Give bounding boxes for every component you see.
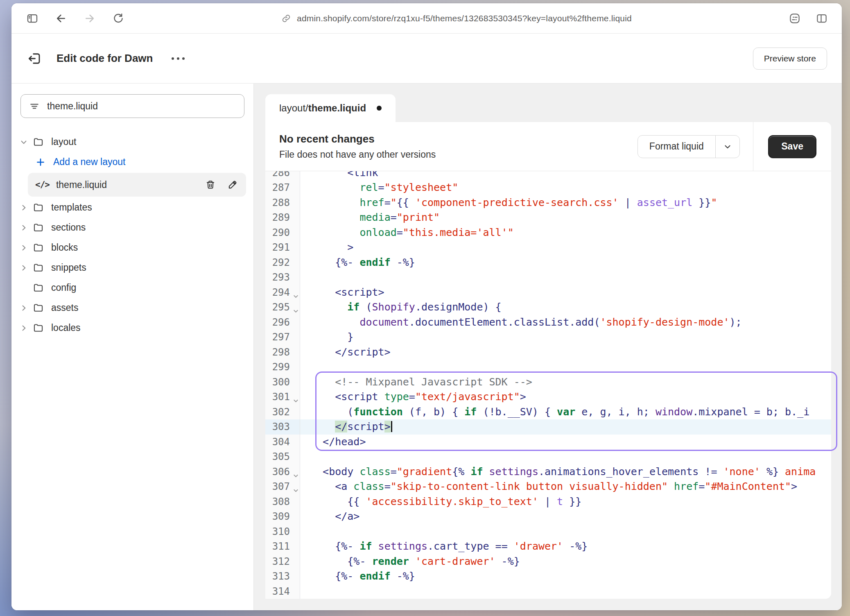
code-line-304[interactable]: 304 </head>	[265, 435, 831, 450]
code-text[interactable]: <script>	[300, 285, 831, 300]
reload-icon[interactable]	[112, 12, 124, 25]
code-text[interactable]: media="print"	[300, 210, 831, 225]
line-number[interactable]: 304	[265, 435, 300, 450]
format-liquid-label[interactable]: Format liquid	[638, 136, 715, 158]
code-text[interactable]: </script>	[300, 345, 831, 360]
line-number[interactable]: 297	[265, 330, 300, 345]
line-number[interactable]: 294	[265, 285, 300, 300]
back-icon[interactable]	[55, 12, 67, 25]
code-line-300[interactable]: 300 <!-- Mixpanel Javascript SDK -->	[265, 375, 831, 390]
code-line-310[interactable]: 310	[265, 524, 831, 539]
code-line-306[interactable]: 306 <body class="gradient{% if settings.…	[265, 464, 831, 480]
line-number[interactable]: 313	[265, 569, 300, 584]
sidebar-file-theme.liquid[interactable]: </>theme.liquid	[28, 173, 246, 197]
line-number[interactable]: 287	[265, 180, 300, 195]
line-number[interactable]: 286	[265, 171, 300, 180]
line-number[interactable]: 292	[265, 255, 300, 270]
line-number[interactable]: 306	[265, 464, 300, 480]
code-line-293[interactable]: 293	[265, 270, 831, 285]
line-number[interactable]: 309	[265, 509, 300, 524]
search-input[interactable]	[47, 101, 236, 112]
code-text[interactable]: <script type="text/javascript">	[300, 390, 831, 405]
code-line-311[interactable]: 311 {%- if settings.cart_type == 'drawer…	[265, 539, 831, 554]
line-number[interactable]: 295	[265, 300, 300, 315]
code-line-309[interactable]: 309 </a>	[265, 509, 831, 524]
code-text[interactable]: {%- render 'cart-drawer' -%}	[300, 554, 831, 569]
sidebar-item-snippets[interactable]: snippets	[11, 258, 253, 278]
tab-theme-liquid[interactable]: layout/theme.liquid	[265, 94, 396, 122]
line-number[interactable]: 293	[265, 270, 300, 285]
code-line-292[interactable]: 292 {%- endif -%}	[265, 255, 831, 270]
sidebar-item-blocks[interactable]: blocks	[11, 238, 253, 258]
chevron-right-icon[interactable]	[20, 304, 33, 312]
code-text[interactable]: {%- endif -%}	[300, 255, 831, 270]
line-number[interactable]: 300	[265, 375, 300, 390]
code-line-312[interactable]: 312 {%- render 'cart-drawer' -%}	[265, 554, 831, 569]
code-text[interactable]: document.documentElement.classList.add('…	[300, 315, 831, 330]
url-text[interactable]: admin.shopify.com/store/rzq1xu-f5/themes…	[297, 14, 632, 23]
code-line-305[interactable]: 305	[265, 449, 831, 464]
line-number[interactable]: 288	[265, 195, 300, 211]
sidebar-item-sections[interactable]: sections	[11, 217, 253, 238]
code-text[interactable]: <body class="gradient{% if settings.anim…	[300, 464, 831, 480]
code-text[interactable]: <link	[300, 171, 831, 180]
line-number[interactable]: 299	[265, 360, 300, 375]
code-text[interactable]: <!-- Mixpanel Javascript SDK -->	[300, 375, 831, 390]
line-number[interactable]: 302	[265, 405, 300, 420]
code-line-296[interactable]: 296 document.documentElement.classList.a…	[265, 315, 831, 330]
chevron-right-icon[interactable]	[20, 224, 33, 232]
rename-file-icon[interactable]	[227, 179, 238, 190]
line-number[interactable]: 291	[265, 240, 300, 255]
format-liquid-button[interactable]: Format liquid	[638, 135, 740, 158]
delete-file-icon[interactable]	[205, 179, 216, 190]
forward-icon[interactable]	[84, 12, 96, 25]
chevron-right-icon[interactable]	[20, 204, 33, 212]
save-button[interactable]: Save	[768, 135, 816, 158]
line-number[interactable]: 289	[265, 210, 300, 225]
code-line-303[interactable]: 303 </script>	[265, 419, 831, 435]
code-text[interactable]: </script>	[300, 419, 831, 435]
code-text[interactable]: <a class="skip-to-content-link button vi…	[300, 479, 831, 494]
chevron-down-icon[interactable]	[716, 136, 739, 158]
extensions-icon[interactable]	[789, 12, 801, 25]
exit-icon[interactable]	[27, 51, 42, 66]
line-number[interactable]: 307	[265, 479, 300, 494]
preview-store-button[interactable]: Preview store	[753, 48, 827, 70]
chevron-right-icon[interactable]	[20, 324, 33, 332]
chevron-down-icon[interactable]	[20, 138, 33, 146]
code-line-301[interactable]: 301 <script type="text/javascript">	[265, 390, 831, 405]
sidebar-toggle-icon[interactable]	[26, 12, 38, 25]
code-line-314[interactable]: 314	[265, 584, 831, 599]
code-text[interactable]: (function (f, b) { if (!b.__SV) { var e,…	[300, 405, 831, 420]
code-line-289[interactable]: 289 media="print"	[265, 210, 831, 225]
more-menu-icon[interactable]	[172, 57, 185, 60]
chevron-right-icon[interactable]	[20, 244, 33, 252]
code-text[interactable]: href="{{ 'component-predictive-search.cs…	[300, 195, 831, 211]
line-number[interactable]: 314	[265, 584, 300, 599]
code-text[interactable]: if (Shopify.designMode) {	[300, 300, 831, 315]
line-number[interactable]: 301	[265, 390, 300, 405]
code-text[interactable]	[300, 449, 831, 464]
code-line-286[interactable]: 286 <link	[265, 171, 831, 180]
code-line-290[interactable]: 290 onload="this.media='all'"	[265, 225, 831, 240]
code-text[interactable]: {%- if settings.cart_type == 'drawer' -%…	[300, 539, 831, 554]
line-number[interactable]: 296	[265, 315, 300, 330]
code-line-298[interactable]: 298 </script>	[265, 345, 831, 360]
sidebar-item-locales[interactable]: locales	[11, 318, 253, 338]
code-text[interactable]	[300, 360, 831, 375]
sidebar-item-templates[interactable]: templates	[11, 197, 253, 217]
code-line-294[interactable]: 294 <script>	[265, 285, 831, 300]
code-line-302[interactable]: 302 (function (f, b) { if (!b.__SV) { va…	[265, 405, 831, 420]
line-number[interactable]: 303	[265, 419, 300, 435]
code-text[interactable]: </a>	[300, 509, 831, 524]
code-text[interactable]: {{ 'accessibility.skip_to_text' | t }}	[300, 494, 831, 510]
code-text[interactable]	[300, 584, 831, 599]
sidebar-item-config[interactable]: config	[11, 278, 253, 298]
line-number[interactable]: 305	[265, 449, 300, 464]
line-number[interactable]: 310	[265, 524, 300, 539]
code-line-313[interactable]: 313 {%- endif -%}	[265, 569, 831, 584]
line-number[interactable]: 311	[265, 539, 300, 554]
code-line-308[interactable]: 308 {{ 'accessibility.skip_to_text' | t …	[265, 494, 831, 510]
code-line-291[interactable]: 291 >	[265, 240, 831, 255]
code-text[interactable]: </head>	[300, 435, 831, 450]
